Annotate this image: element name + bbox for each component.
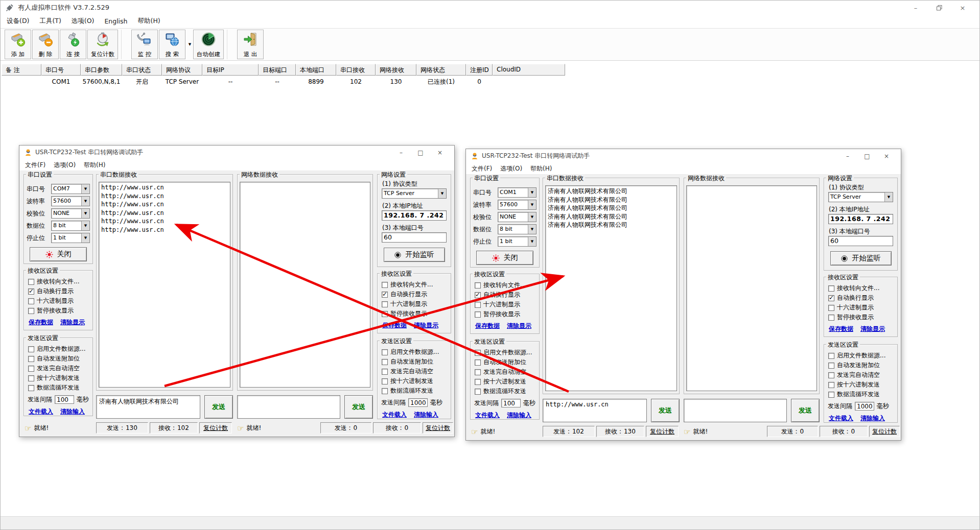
net-send-interval-input[interactable]: 1000	[855, 402, 874, 411]
checkbox-hex-send[interactable]: 按十六进制发送	[380, 376, 448, 386]
checkbox-hex-send[interactable]: 按十六进制发送	[27, 373, 90, 383]
com-port-select[interactable]: COM1▼	[498, 187, 536, 198]
checkbox-auto-newline[interactable]: 自动换行显示	[27, 286, 90, 296]
save-data-link[interactable]: 保存数据	[29, 318, 53, 327]
serial-send-button[interactable]: 发送	[204, 395, 233, 419]
col-header-com-port[interactable]: 串口号	[41, 64, 81, 76]
checkbox-recv-to-file[interactable]: 接收转向文件...	[827, 283, 895, 293]
dialog-menu-file[interactable]: 文件(F)	[25, 161, 45, 170]
checkbox-pause-recv[interactable]: 暂停接收显示	[473, 309, 536, 319]
checkbox-clear-after-send[interactable]: 发送完自动清空	[827, 370, 895, 380]
col-header-local-port[interactable]: 本地端口	[296, 64, 336, 76]
dialog-close-button[interactable]: ×	[877, 153, 896, 160]
exit-button[interactable]: 退 出	[237, 30, 264, 59]
col-header-remark[interactable]: 备 注	[2, 64, 41, 76]
checkbox-file-datasource[interactable]: 启用文件数据源...	[827, 351, 895, 360]
col-header-serial-rx[interactable]: 串口接收	[336, 64, 376, 76]
search-button[interactable]: 搜 索	[159, 30, 185, 59]
checkbox-hex-send[interactable]: 按十六进制发送	[473, 377, 536, 387]
connect-button[interactable]: 连 接	[60, 30, 86, 59]
dialog-menu-options[interactable]: 选项(O)	[500, 164, 522, 173]
save-data-link[interactable]: 保存数据	[382, 321, 407, 330]
serial-reset-count-button[interactable]: 复位计数	[646, 426, 679, 437]
clear-input-link[interactable]: 清除输入	[414, 411, 438, 419]
local-port-input[interactable]: 60	[382, 232, 447, 243]
dialog-menu-help[interactable]: 帮助(H)	[530, 164, 552, 173]
net-send-input[interactable]	[684, 399, 787, 422]
main-titlebar[interactable]: 有人虚拟串口软件 V3.7.2.529 – ×	[1, 1, 979, 15]
checkbox-recv-to-file[interactable]: 接收转向文件...	[380, 280, 448, 290]
net-reset-count-button[interactable]: 复位计数	[869, 426, 900, 437]
baud-rate-select[interactable]: 57600▼	[498, 200, 536, 210]
checkbox-hex-display[interactable]: 十六进制显示	[380, 299, 448, 309]
col-header-serial-state[interactable]: 串口状态	[122, 64, 162, 76]
col-header-protocol[interactable]: 网络协议	[162, 64, 202, 76]
save-data-link[interactable]: 保存数据	[829, 325, 853, 333]
net-send-input[interactable]	[237, 395, 340, 419]
checkbox-file-datasource[interactable]: 启用文件数据源...	[27, 344, 90, 354]
col-header-net-rx[interactable]: 网络接收	[376, 64, 416, 76]
serial-reset-count-button[interactable]: 复位计数	[199, 422, 232, 433]
load-file-link[interactable]: 文件载入	[475, 411, 500, 420]
col-header-reg-id[interactable]: 注册ID	[466, 64, 493, 76]
close-serial-button[interactable]: 关闭	[476, 251, 533, 265]
close-serial-button[interactable]: 关闭	[30, 247, 87, 261]
checkbox-auto-newline[interactable]: 自动换行显示	[827, 293, 895, 303]
serial-send-button[interactable]: 发送	[651, 399, 680, 422]
protocol-select[interactable]: TCP Server▼	[828, 192, 893, 202]
checkbox-auto-append[interactable]: 自动发送附加位	[827, 360, 895, 370]
checkbox-file-datasource[interactable]: 启用文件数据源...	[380, 347, 448, 357]
data-bits-select[interactable]: 8 bit▼	[51, 221, 90, 231]
start-listen-button[interactable]: 开始监听	[384, 248, 445, 262]
device-table-row[interactable]: COM1 57600,N,8,1 开启 TCP Server -- -- 889…	[2, 76, 565, 87]
dialog-close-button[interactable]: ×	[430, 149, 450, 156]
restore-button[interactable]	[927, 1, 951, 15]
checkbox-recv-to-file[interactable]: 接收转向文件...	[27, 277, 90, 286]
checkbox-pause-recv[interactable]: 暂停接收显示	[27, 306, 90, 316]
dialog-titlebar[interactable]: USR-TCP232-Test 串口转网络调试助手 – □ ×	[19, 146, 454, 159]
dialog-menu-file[interactable]: 文件(F)	[472, 164, 492, 173]
checkbox-auto-append[interactable]: 自动发送附加位	[27, 354, 90, 364]
menu-device[interactable]: 设备(D)	[7, 17, 29, 26]
serial-recv-area[interactable]: http://www.usr.cn http://www.usr.cn http…	[99, 182, 230, 388]
monitor-button[interactable]: 监 控	[131, 30, 158, 59]
menu-tools[interactable]: 工具(T)	[39, 17, 61, 26]
parity-select[interactable]: NONE▼	[51, 208, 90, 219]
dialog-maximize-button[interactable]: □	[411, 149, 430, 156]
close-button[interactable]: ×	[951, 1, 974, 15]
checkbox-file-datasource[interactable]: 启用文件数据源...	[473, 348, 536, 357]
load-file-link[interactable]: 文件载入	[29, 407, 53, 416]
baud-rate-select[interactable]: 57600▼	[51, 196, 90, 206]
checkbox-loop-send[interactable]: 数据流循环发送	[827, 390, 895, 399]
data-bits-select[interactable]: 8 bit▼	[498, 224, 536, 234]
add-device-button[interactable]: 添 加	[5, 30, 31, 59]
start-listen-button[interactable]: 开始监听	[830, 251, 892, 266]
reset-count-button[interactable]: 复位计数	[87, 30, 118, 59]
checkbox-hex-display[interactable]: 十六进制显示	[473, 300, 536, 309]
clear-display-link[interactable]: 清除显示	[414, 321, 438, 330]
clear-input-link[interactable]: 清除输入	[60, 407, 85, 416]
net-send-button[interactable]: 发送	[791, 399, 820, 422]
serial-send-interval-input[interactable]: 100	[501, 399, 521, 407]
col-header-target-port[interactable]: 目标端口	[259, 64, 296, 76]
local-ip-input[interactable]: 192.168. 7 .242	[382, 210, 447, 221]
clear-input-link[interactable]: 清除输入	[860, 414, 885, 423]
local-ip-input[interactable]: 192.168. 7 .242	[828, 214, 893, 224]
dialog-minimize-button[interactable]: –	[838, 153, 857, 160]
net-reset-count-button[interactable]: 复位计数	[423, 422, 453, 433]
protocol-select[interactable]: TCP Server▼	[382, 188, 447, 199]
checkbox-loop-send[interactable]: 数据流循环发送	[380, 386, 448, 396]
save-data-link[interactable]: 保存数据	[475, 322, 500, 330]
dialog-maximize-button[interactable]: □	[857, 153, 877, 160]
stop-bits-select[interactable]: 1 bit▼	[51, 233, 90, 243]
checkbox-loop-send[interactable]: 数据流循环发送	[27, 383, 90, 393]
menu-options[interactable]: 选项(O)	[72, 17, 95, 26]
dialog-minimize-button[interactable]: –	[391, 149, 411, 156]
local-port-input[interactable]: 60	[828, 236, 893, 246]
net-send-button[interactable]: 发送	[344, 395, 373, 419]
delete-device-button[interactable]: 删 除	[32, 30, 59, 59]
checkbox-auto-append[interactable]: 自动发送附加位	[380, 357, 448, 367]
serial-send-input[interactable]: http://www.usr.cn	[543, 399, 647, 422]
net-recv-area[interactable]	[240, 182, 370, 388]
menu-english[interactable]: English	[104, 17, 127, 25]
